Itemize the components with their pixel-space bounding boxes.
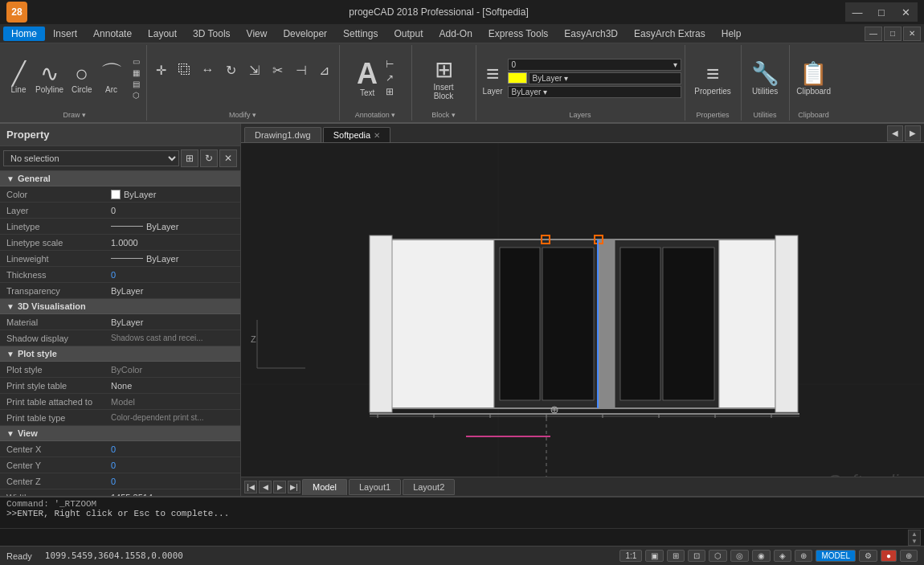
prop-section-general[interactable]: ▼ General — [0, 171, 240, 186]
ribbon-btn-mirror[interactable]: ⊿ — [313, 62, 336, 88]
ribbon-btn-table[interactable]: ⊞ — [382, 85, 397, 98]
softpedia-tab-close[interactable]: ✕ — [374, 131, 380, 140]
tab-nav-left[interactable]: ◀ — [887, 125, 903, 141]
menu-annotate[interactable]: Annotate — [85, 27, 140, 41]
menu-output[interactable]: Output — [386, 27, 431, 41]
ribbon-btn-layer[interactable]: ≡ Layer — [480, 58, 506, 98]
status-btn-otrack[interactable]: ◉ — [752, 550, 771, 562]
prop-value-shadow[interactable]: Shadows cast and recei... — [104, 330, 240, 346]
prop-value-linetype-scale[interactable]: 1.0000 — [104, 235, 240, 250]
ribbon-inner-minimize[interactable]: — — [865, 27, 882, 41]
ribbon-btn-arc[interactable]: ⌒ Arc — [97, 58, 126, 98]
layout-nav-prev[interactable]: ◀ — [259, 481, 272, 493]
ribbon-inner-maximize[interactable]: □ — [884, 27, 902, 41]
status-btn-model[interactable]: MODEL — [816, 550, 856, 562]
menu-insert[interactable]: Insert — [45, 27, 85, 41]
prop-value-transparency[interactable]: ByLayer — [104, 283, 240, 298]
layout-tab-1[interactable]: Layout1 — [349, 479, 401, 495]
layer-linetype[interactable]: ByLayer ▾ — [529, 72, 681, 84]
close-button[interactable]: ✕ — [893, 2, 918, 22]
ribbon-btn-text[interactable]: A Text — [354, 58, 381, 99]
prop-value-layer[interactable]: 0 — [104, 203, 240, 218]
prop-value-thickness[interactable]: 0 — [104, 267, 240, 282]
prop-value-lineweight[interactable]: ByLayer — [104, 251, 240, 266]
prop-value-print-table[interactable]: None — [104, 378, 240, 393]
menu-settings[interactable]: Settings — [335, 27, 386, 41]
cmd-scroll-up[interactable]: ▲ — [909, 530, 920, 538]
prop-icon-btn-3[interactable]: ✕ — [219, 149, 237, 167]
prop-value-width[interactable]: 1455.3514 — [104, 489, 240, 496]
prop-icon-btn-2[interactable]: ↻ — [200, 149, 218, 167]
layout-nav-first[interactable]: |◀ — [244, 481, 257, 493]
draw-tab-softpedia[interactable]: Softpedia ✕ — [323, 127, 390, 142]
menu-easyarch-extras[interactable]: EasyArch Extras — [626, 27, 713, 41]
ribbon-btn-clipboard[interactable]: 📋 Clipboard — [793, 58, 834, 98]
prop-section-plot[interactable]: ▼ Plot style — [0, 346, 240, 362]
prop-section-view[interactable]: ▼ View — [0, 426, 240, 441]
prop-value-plot-style[interactable]: ByColor — [104, 362, 240, 377]
layout-tab-model[interactable]: Model — [302, 479, 347, 495]
status-btn-osnap[interactable]: ◎ — [730, 550, 749, 562]
status-btn-ducs[interactable]: ◈ — [774, 550, 791, 562]
status-btn-scale[interactable]: 1:1 — [619, 550, 642, 562]
selection-dropdown[interactable]: No selection All — [3, 150, 179, 166]
status-btn-dyn[interactable]: ⊕ — [795, 550, 812, 562]
prop-icon-btn-1[interactable]: ⊞ — [181, 149, 198, 167]
prop-value-center-x[interactable]: 0 — [104, 441, 240, 457]
canvas-area[interactable]: Z Softpedia — [241, 143, 924, 477]
status-btn-settings[interactable]: ⚙ — [859, 550, 877, 562]
ribbon-btn-line[interactable]: ╱ Line — [6, 58, 31, 98]
prop-value-material[interactable]: ByLayer — [104, 314, 240, 330]
layout-tab-2[interactable]: Layout2 — [403, 479, 455, 495]
status-btn-add[interactable]: ⊕ — [900, 550, 918, 562]
status-btn-grid[interactable]: ⊞ — [667, 550, 685, 562]
minimize-button[interactable]: — — [845, 2, 869, 22]
status-btn-snap[interactable]: ▣ — [645, 550, 664, 562]
menu-developer[interactable]: Developer — [275, 27, 335, 41]
ribbon-btn-hatch[interactable]: ▦ — [129, 68, 143, 78]
maximize-button[interactable]: □ — [869, 2, 893, 22]
ribbon-btn-dim[interactable]: ⊢ — [382, 58, 397, 71]
cmd-scroll-down[interactable]: ▼ — [909, 538, 920, 545]
ribbon-btn-move[interactable]: ✛ — [150, 62, 173, 88]
draw-tab-drawing1[interactable]: Drawing1.dwg — [244, 127, 321, 142]
menu-3d-tools[interactable]: 3D Tools — [185, 27, 238, 41]
ribbon-btn-copy[interactable]: ⿻ — [174, 62, 196, 88]
ribbon-btn-boundary[interactable]: ⬡ — [129, 90, 143, 100]
menu-addon[interactable]: Add-On — [431, 27, 480, 41]
ribbon-btn-stretch[interactable]: ↔ — [197, 62, 219, 88]
layout-nav-next[interactable]: ▶ — [273, 481, 286, 493]
menu-view[interactable]: View — [239, 27, 276, 41]
prop-value-center-y[interactable]: 0 — [104, 457, 240, 473]
layer-lineweight[interactable]: ByLayer ▾ — [508, 86, 681, 98]
layer-color-swatch[interactable] — [508, 72, 527, 84]
ribbon-btn-circle[interactable]: ○ Circle — [68, 58, 96, 98]
ribbon-btn-gradient[interactable]: ▤ — [129, 79, 143, 89]
menu-layout[interactable]: Layout — [140, 27, 185, 41]
ribbon-btn-utilities[interactable]: 🔧 Utilities — [748, 58, 783, 98]
status-btn-dot[interactable]: ● — [881, 550, 897, 562]
menu-easyarch3d[interactable]: EasyArch3D — [556, 27, 626, 41]
layout-nav-last[interactable]: ▶| — [288, 481, 301, 493]
tab-nav-right[interactable]: ▶ — [905, 125, 921, 141]
ribbon-btn-polyline[interactable]: ∿ Polyline — [32, 58, 67, 98]
ribbon-inner-close[interactable]: ✕ — [903, 27, 921, 41]
menu-home[interactable]: Home — [3, 27, 45, 41]
menu-help[interactable]: Help — [713, 27, 750, 41]
ribbon-btn-insert-block[interactable]: ⊞ InsertBlock — [431, 55, 457, 102]
prop-section-3d[interactable]: ▼ 3D Visualisation — [0, 299, 240, 314]
prop-value-linetype[interactable]: ByLayer — [104, 219, 240, 234]
menu-express-tools[interactable]: Express Tools — [480, 27, 556, 41]
prop-value-print-type[interactable]: Color-dependent print st... — [104, 410, 240, 425]
ribbon-btn-rectangle[interactable]: ▭ — [129, 56, 143, 67]
ribbon-btn-extend[interactable]: ⊣ — [290, 62, 313, 88]
prop-value-center-z[interactable]: 0 — [104, 473, 240, 489]
prop-value-print-attached[interactable]: Model — [104, 394, 240, 409]
ribbon-btn-scale[interactable]: ⇲ — [243, 62, 266, 88]
status-btn-ortho[interactable]: ⊡ — [688, 550, 705, 562]
layer-dropdown-arrow[interactable]: ▾ — [673, 60, 677, 69]
command-input[interactable] — [3, 531, 908, 544]
ribbon-btn-leader[interactable]: ↗ — [382, 72, 397, 84]
ribbon-btn-properties[interactable]: ≡ Properties — [691, 58, 734, 98]
prop-value-color[interactable]: ByLayer — [104, 186, 240, 202]
